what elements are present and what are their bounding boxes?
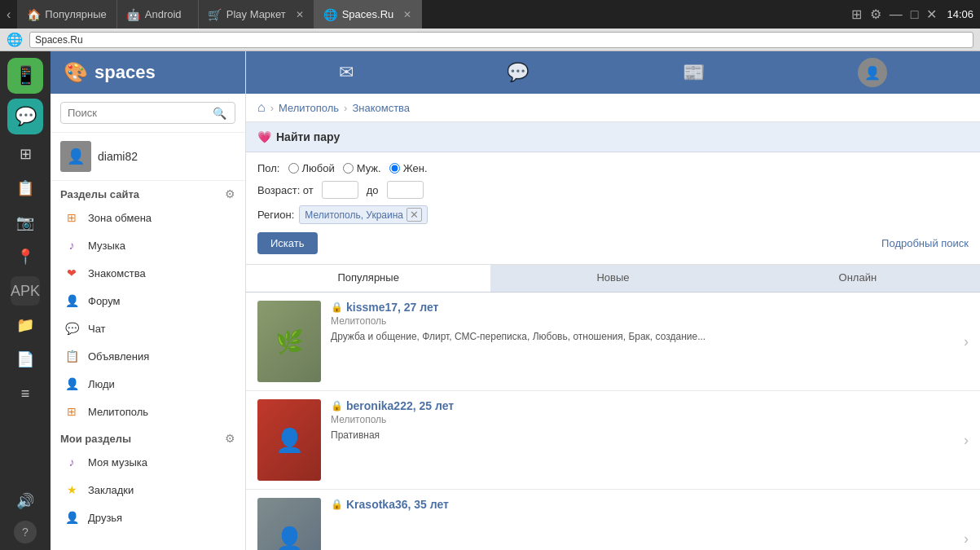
nav-people-label: Люди [88,378,115,390]
avatar: 👤 [60,141,91,172]
tab-android[interactable]: 🤖 Android [117,0,199,29]
minimize-button[interactable]: — [890,7,903,22]
app-book-icon[interactable]: 📋 [11,174,40,203]
topnav-chat-icon[interactable]: 💬 [507,62,529,83]
welcome-icon: 🏠 [27,8,40,21]
app-doc-icon[interactable]: 📄 [11,345,40,374]
gender-female-radio[interactable] [389,163,400,174]
app-list-icon[interactable]: ≡ [11,379,40,408]
gender-male-radio[interactable] [343,163,354,174]
gender-male-label[interactable]: Муж. [343,162,381,174]
nav-people[interactable]: 👤 Люди [51,370,245,398]
app-camera-icon[interactable]: 📷 [11,208,40,237]
app-speaker-icon[interactable]: 🔊 [11,486,40,516]
topnav-avatar[interactable]: 👤 [858,58,887,87]
close-button[interactable]: ✕ [926,7,937,22]
page-favicon: 🌐 [7,32,23,47]
app-grid-icon[interactable]: ⊞ [11,139,40,169]
result-name: 🔒 kissme17, 27 лет [331,301,954,314]
nav-chat[interactable]: 💬 Чат [51,315,245,342]
back-button[interactable]: ‹ [0,7,17,22]
android-icon: 🤖 [127,8,140,21]
lock-icon: 🔒 [331,400,343,411]
tab-popular[interactable]: Популярные [246,265,490,292]
gender-any-label[interactable]: Любой [288,162,335,174]
chat-icon: 💬 [64,320,80,337]
result-item[interactable]: 👤 🔒 beronika222, 25 лет Мелитополь Прати… [246,391,980,490]
app-main-icon[interactable]: 📱 [7,58,43,94]
spaces-topnav: ✉ 💬 📰 👤 [246,51,980,94]
melitopol-icon: ⊞ [64,403,80,420]
my-sections-header: Мои разделы ⚙ [51,425,245,448]
nav-mymusic-label: Моя музыка [88,456,147,469]
breadcrumb-home-icon[interactable]: ⌂ [257,100,266,115]
dating-heart-icon: ❤ [64,265,80,281]
network-icon[interactable]: ⊞ [851,7,862,22]
result-item[interactable]: 🌿 🔒 kissme17, 27 лет Мелитополь Дружба и… [246,293,980,391]
topnav-mail-icon[interactable]: ✉ [339,62,354,83]
nav-forum[interactable]: 👤 Форум [51,287,245,315]
my-sections-title: Мои разделы [60,433,131,445]
site-sections-list: ⊞ Зона обмена ♪ Музыка ❤ Знакомства 👤 Фо… [51,204,245,425]
tab-welcome[interactable]: 🏠 Популярные [17,0,116,29]
search-icon[interactable]: 🔍 [213,107,226,120]
result-item[interactable]: 👤 🔒 Krasotka36, 35 лет › [246,490,980,550]
app-help-icon[interactable]: ? [14,521,37,543]
nav-exchange[interactable]: ⊞ Зона обмена [51,204,245,231]
search-input[interactable] [60,102,235,124]
gender-female-label[interactable]: Жен. [389,162,428,174]
gender-any-radio[interactable] [288,163,299,174]
result-info: 🔒 Krasotka36, 35 лет [331,498,954,514]
nav-ads[interactable]: 📋 Объявления [51,342,245,370]
photo-placeholder-icon: 🌿 [275,328,304,355]
app-apk-icon[interactable]: APK [11,276,40,306]
url-input[interactable] [29,32,973,48]
nav-mymusic[interactable]: ♪ Моя музыка [51,448,245,476]
breadcrumb-city[interactable]: Мелитополь [279,102,339,114]
spaces-site: 🎨 spaces 🔍 👤 diami82 Разделы сайта ⚙ [51,51,980,550]
site-sections-gear-icon[interactable]: ⚙ [225,187,235,200]
gender-male-text: Муж. [357,162,381,174]
gender-female-text: Жен. [403,162,428,174]
nav-dating-label: Знакомства [88,267,146,279]
breadcrumb-section[interactable]: Знакомства [352,102,410,114]
nav-ads-label: Объявления [88,350,149,363]
advanced-search-link[interactable]: Подробный поиск [881,237,969,249]
my-sections-gear-icon[interactable]: ⚙ [225,432,235,445]
tab-play[interactable]: 🛒 Play Маркет ✕ [199,0,314,29]
lock-icon: 🔒 [331,301,343,313]
tab-online[interactable]: Онлайн [736,265,980,292]
people-icon: 👤 [64,376,80,392]
tab-spaces-close[interactable]: ✕ [403,9,411,20]
app-location-icon[interactable]: 📍 [11,242,40,271]
tab-spaces[interactable]: 🌐 Spaces.Ru ✕ [314,0,423,29]
logo-icon: 🎨 [64,61,88,84]
nav-music[interactable]: ♪ Музыка [51,231,245,259]
age-from-input[interactable] [322,181,358,199]
spaces-main: ✉ 💬 📰 👤 ⌂ › Мелитополь › Знакомства 💗 [246,51,980,550]
nav-melitopol[interactable]: ⊞ Мелитополь [51,398,245,425]
topnav-news-icon[interactable]: 📰 [683,62,705,83]
result-arrow-icon: › [964,432,969,449]
app-folder-icon[interactable]: 📁 [11,310,40,340]
tab-play-close[interactable]: ✕ [296,9,304,20]
browser-tabs: 🏠 Популярные 🤖 Android 🛒 Play Маркет ✕ 🌐… [17,0,841,29]
app-chat-icon[interactable]: 💬 [7,99,43,134]
nav-dating[interactable]: ❤ Знакомства [51,259,245,287]
user-profile[interactable]: 👤 diami82 [51,133,245,181]
region-remove-button[interactable]: ✕ [407,208,422,222]
results-list: 🌿 🔒 kissme17, 27 лет Мелитополь Дружба и… [246,293,980,550]
nav-friends[interactable]: 👤 Друзья [51,504,245,531]
result-name: 🔒 Krasotka36, 35 лет [331,498,954,511]
result-name: 🔒 beronika222, 25 лет [331,399,954,412]
region-value[interactable]: Мелитополь, Украина [305,209,403,221]
settings-icon[interactable]: ⚙ [870,7,881,22]
spaces-tab-icon: 🌐 [324,8,337,21]
maximize-button[interactable]: □ [911,7,919,22]
nav-music-label: Музыка [88,240,125,252]
tab-new[interactable]: Новые [490,265,735,292]
nav-bookmarks[interactable]: ★ Закладки [51,476,245,504]
age-to-input[interactable] [387,181,424,199]
search-button[interactable]: Искать [257,232,318,254]
gender-label: Пол: [257,162,280,174]
